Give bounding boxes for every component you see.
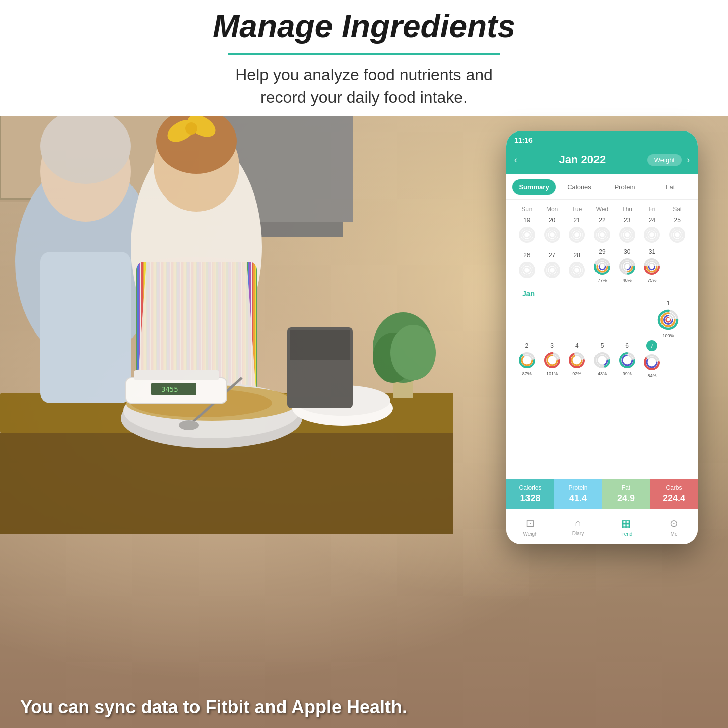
svg-point-9	[40, 111, 131, 184]
cal-pct-jan6: 99%	[623, 371, 632, 376]
ring-28	[567, 260, 586, 280]
month-chevron-left[interactable]: ‹	[514, 155, 517, 165]
svg-rect-1	[0, 433, 453, 534]
cal-day-27[interactable]: 27	[540, 252, 565, 280]
bottom-nav: ⊡ Weigh ⌂ Diary ▦ Trend ⊙ Me	[506, 509, 698, 544]
cal-day-jan3[interactable]: 3 101%	[540, 342, 565, 376]
cal-day-28[interactable]: 28	[564, 252, 589, 280]
svg-point-60	[649, 232, 655, 238]
stat-protein-label: Protein	[557, 484, 599, 491]
day-header-sun: Sun	[514, 206, 540, 213]
ring-jan2	[517, 351, 537, 370]
ring-22	[592, 225, 612, 244]
stat-fat-value: 24.9	[605, 493, 647, 504]
cal-number-24: 24	[649, 217, 655, 224]
cal-day-jan6[interactable]: 6 99%	[615, 342, 640, 376]
svg-point-69	[549, 267, 555, 273]
svg-point-63	[674, 232, 680, 238]
status-time: 11:16	[514, 136, 533, 144]
cal-number-20: 20	[549, 217, 555, 224]
stat-protein-value: 41.4	[557, 493, 599, 504]
cal-day-jan5[interactable]: 5 43%	[589, 342, 615, 376]
phone-mockup: 11:16 ‹ Jan 2022 Weight › Summary Calori…	[506, 131, 698, 544]
ring-jan1	[656, 308, 680, 332]
cal-number-22: 22	[599, 217, 605, 224]
cal-number-jan3: 3	[550, 342, 554, 349]
cal-day-jan7[interactable]: 7 84%	[640, 340, 665, 378]
cal-day-jan1[interactable]: 1 100%	[656, 300, 680, 338]
cal-number-19: 19	[523, 217, 530, 224]
cal-day-29[interactable]: 29 77%	[589, 248, 615, 283]
stat-calories-label: Calories	[509, 484, 551, 491]
cal-number-jan2: 2	[525, 342, 529, 349]
nav-trend-label: Trend	[620, 531, 633, 537]
cal-number-jan5: 5	[601, 342, 604, 349]
me-icon: ⊙	[670, 517, 678, 530]
ring-25	[668, 225, 687, 244]
cal-number-jan6: 6	[625, 342, 629, 349]
cal-day-25[interactable]: 25	[665, 217, 690, 244]
tab-protein[interactable]: Protein	[603, 179, 646, 195]
month-title: Jan 2022	[559, 153, 606, 166]
ring-26	[517, 260, 537, 280]
cal-pct-30: 48%	[623, 278, 632, 283]
cal-pct-29: 77%	[598, 278, 607, 283]
cal-day-22[interactable]: 22	[589, 217, 615, 244]
tab-fat[interactable]: Fat	[648, 179, 692, 195]
nav-me[interactable]: ⊙ Me	[650, 509, 698, 544]
month-chevron-right[interactable]: ›	[687, 155, 690, 165]
day-header-thu: Thu	[615, 206, 640, 213]
cal-number-27: 27	[549, 252, 555, 259]
subtitle: Help you analyze food nutrients and reco…	[235, 63, 493, 109]
cal-day-30[interactable]: 30 48%	[615, 248, 640, 283]
tab-summary[interactable]: Summary	[512, 179, 556, 195]
weight-badge[interactable]: Weight	[647, 154, 682, 166]
ring-23	[618, 225, 637, 244]
stat-carbs: Carbs 224.4	[650, 479, 698, 509]
nav-diary[interactable]: ⌂ Diary	[554, 509, 602, 544]
cal-number-21: 21	[574, 217, 580, 224]
cal-day-31[interactable]: 31 75%	[640, 248, 665, 283]
cal-pct-jan4: 92%	[572, 371, 581, 376]
ring-31	[642, 257, 661, 276]
cal-number-jan1: 1	[667, 300, 670, 307]
cal-day-24[interactable]: 24	[640, 217, 665, 244]
calendar-week-jan2: 2 87% 3 101%	[514, 340, 690, 378]
nav-me-label: Me	[671, 531, 678, 537]
svg-rect-10	[40, 252, 131, 403]
ring-27	[543, 260, 562, 280]
cal-day-jan4[interactable]: 4 92%	[564, 342, 589, 376]
ring-20	[543, 225, 562, 244]
ring-21	[567, 225, 586, 244]
subtitle-line1: Help you analyze food nutrients and	[235, 65, 493, 84]
cal-number-29: 29	[599, 248, 605, 255]
header-section: Manage Ingredients Help you analyze food…	[0, 0, 728, 116]
tab-calories[interactable]: Calories	[558, 179, 601, 195]
cal-day-19[interactable]: 19	[514, 217, 540, 244]
cal-day-21[interactable]: 21	[564, 217, 589, 244]
cal-number-25: 25	[674, 217, 680, 224]
svg-point-38	[390, 325, 436, 380]
ring-jan6	[618, 351, 637, 370]
day-headers: Sun Mon Tue Wed Thu Fri Sat	[514, 206, 690, 213]
svg-point-48	[549, 232, 555, 238]
ring-jan7	[642, 353, 661, 372]
cal-day-20[interactable]: 20	[540, 217, 565, 244]
calendar-area: Sun Mon Tue Wed Thu Fri Sat 19 20	[506, 200, 698, 388]
ring-jan3	[543, 351, 562, 370]
tab-bar: Summary Calories Protein Fat	[506, 174, 698, 200]
day-header-mon: Mon	[540, 206, 565, 213]
svg-rect-40	[134, 370, 219, 380]
weigh-icon: ⊡	[526, 517, 535, 530]
nav-weigh[interactable]: ⊡ Weigh	[506, 509, 554, 544]
day-header-sat: Sat	[665, 206, 690, 213]
title-underline	[228, 53, 500, 55]
subtitle-line2: record your daily food intake.	[260, 88, 468, 106]
svg-point-72	[574, 267, 580, 273]
cal-day-jan2[interactable]: 2 87%	[514, 342, 540, 376]
svg-rect-34	[290, 330, 350, 360]
nav-trend[interactable]: ▦ Trend	[602, 509, 650, 544]
cal-day-26[interactable]: 26	[514, 252, 540, 280]
ring-24	[642, 225, 661, 244]
cal-day-23[interactable]: 23	[615, 217, 640, 244]
